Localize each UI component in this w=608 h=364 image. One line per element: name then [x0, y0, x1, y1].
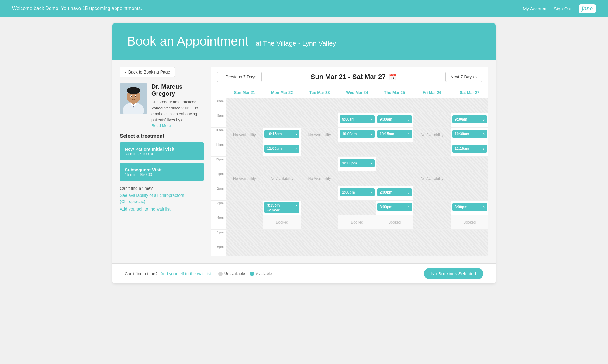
tue-no-avail: No Availability: [301, 127, 338, 142]
tue-no-avail-pm: No Availability: [301, 171, 338, 186]
footer-waitlist-link[interactable]: Add yourself to the wait list.: [160, 271, 212, 276]
previous-days-button[interactable]: ‹ Previous 7 Days: [217, 72, 262, 82]
thu-8am: [376, 98, 413, 113]
wed-8am: [338, 98, 375, 113]
calendar-navigation: ‹ Previous 7 Days Sun Mar 21 - Sat Mar 2…: [211, 67, 488, 87]
sun-11am: [226, 142, 263, 156]
sat-930-button[interactable]: 9:30am ›: [452, 115, 487, 123]
day-column-wed: 9:00am › 10:00am ›: [338, 98, 375, 256]
day-column-fri: No Availability No Availability: [413, 98, 451, 256]
chevron-right-icon: ›: [483, 132, 485, 136]
fri-2pm: [413, 186, 451, 200]
thu-930-button[interactable]: 9:30am ›: [377, 115, 412, 123]
fri-no-avail-pm: No Availability: [413, 171, 451, 186]
wed-900-button[interactable]: 9:00am ›: [340, 115, 374, 123]
wed-9am: 9:00am ›: [338, 113, 375, 127]
treatment-new-patient-button[interactable]: New Patient Initial Visit 30 min - $100.…: [120, 142, 204, 160]
svg-point-5: [127, 87, 140, 94]
no-bookings-button[interactable]: No Bookings Selected: [424, 268, 483, 279]
mon-3pm: 3:15pm › +2 more: [263, 200, 300, 215]
sign-out-link[interactable]: Sign Out: [554, 6, 572, 11]
content-area: ‹ Back to Booking Page: [112, 60, 496, 263]
sat-12pm: [451, 156, 488, 171]
doctor-bio: Dr. Gregory has practiced in Vancouver s…: [151, 99, 204, 123]
add-waitlist-link[interactable]: Add yourself to the wait list: [120, 206, 204, 212]
time-12pm: 12pm: [211, 156, 226, 171]
wed-2pm: 2:00pm ›: [338, 186, 375, 200]
thu-1pm: [376, 171, 413, 186]
back-to-booking-button[interactable]: ‹ Back to Booking Page: [120, 67, 175, 77]
chevron-left-icon: ‹: [125, 70, 126, 74]
wed-1pm: [338, 171, 375, 186]
mon-10am: 10:15am ›: [263, 127, 300, 142]
time-6pm: 6pm: [211, 244, 226, 256]
fri-3pm: [413, 200, 451, 215]
mon-5pm: [263, 229, 300, 244]
sat-300-button[interactable]: 3:00pm ›: [452, 203, 487, 211]
sat-2pm: [451, 186, 488, 200]
thu-1015-button[interactable]: 10:15am ›: [377, 130, 412, 138]
sat-9am: 9:30am ›: [451, 113, 488, 127]
wed-6pm: [338, 244, 375, 256]
wed-1000-button[interactable]: 10:00am ›: [340, 130, 374, 138]
tue-9am: [301, 113, 338, 127]
wed-11am: [338, 142, 375, 156]
available-dot: [250, 272, 254, 276]
mon-no-avail: No Availability: [263, 171, 300, 186]
mon-1015-button[interactable]: 10:15am ›: [264, 130, 299, 138]
day-header-tue: Tue Mar 23: [301, 87, 338, 98]
thu-2pm: 2:00pm ›: [376, 186, 413, 200]
tue-2pm: [301, 186, 338, 200]
fri-no-avail: No Availability: [413, 127, 451, 142]
treatment-subsequent-button[interactable]: Subsequent Visit 15 min - $50.00: [120, 163, 204, 181]
thu-9am: 9:30am ›: [376, 113, 413, 127]
sat-5pm: [451, 229, 488, 244]
read-more-link[interactable]: Read More: [151, 123, 171, 128]
mon-315-button[interactable]: 3:15pm › +2 more: [264, 202, 299, 213]
thu-300-button[interactable]: 3:00pm ›: [377, 203, 412, 211]
tue-12pm: [301, 156, 338, 171]
footer-cant-find: Can't find a time? Add yourself to the w…: [125, 271, 212, 276]
sun-3pm: [226, 200, 263, 215]
chevron-right-icon: ›: [371, 190, 372, 195]
time-header-spacer: [211, 87, 226, 98]
sat-1030-button[interactable]: 10:30am ›: [452, 130, 487, 138]
wed-200-button[interactable]: 2:00pm ›: [340, 188, 374, 196]
day-column-sat: 9:30am › 10:30am › 11:15am: [451, 98, 488, 256]
chevron-right-icon: ›: [483, 117, 485, 122]
mon-12pm: [263, 156, 300, 171]
sun-no-avail-afternoon: No Availability: [226, 171, 263, 186]
time-5pm: 5pm: [211, 229, 226, 244]
thu-5pm: [376, 229, 413, 244]
jane-logo: jane: [579, 4, 596, 13]
sun-2pm: [226, 186, 263, 200]
time-9am: 9am: [211, 113, 226, 127]
wed-1230-button[interactable]: 12:30pm ›: [340, 159, 374, 167]
tue-11am: [301, 142, 338, 156]
mon-9am: [263, 113, 300, 127]
sat-6pm: [451, 244, 488, 256]
sun-8am: [226, 98, 263, 113]
calendar-icon[interactable]: 📅: [389, 73, 396, 81]
sat-1115-button[interactable]: 11:15am ›: [452, 145, 487, 153]
sun-4pm: [226, 215, 263, 229]
my-account-link[interactable]: My Account: [523, 6, 547, 11]
doctor-info: Dr. Marcus Gregory Dr. Gregory has pract…: [151, 83, 204, 128]
chevron-right-icon: ›: [295, 203, 297, 208]
chevron-right-icon: ›: [475, 74, 477, 79]
time-8am: 8am: [211, 98, 226, 113]
calendar-area: ‹ Previous 7 Days Sun Mar 21 - Sat Mar 2…: [211, 67, 488, 256]
top-navigation: Welcome back Demo. You have 15 upcoming …: [0, 0, 608, 17]
time-4pm: 4pm: [211, 215, 226, 229]
mon-1100-button[interactable]: 11:00am ›: [264, 145, 299, 153]
thu-3pm: 3:00pm ›: [376, 200, 413, 215]
fri-12pm: [413, 156, 451, 171]
thu-200-button[interactable]: 2:00pm ›: [377, 188, 412, 196]
mon-11am: 11:00am ›: [263, 142, 300, 156]
chevron-right-icon: ›: [483, 146, 485, 151]
sat-1pm: [451, 171, 488, 186]
next-days-button[interactable]: Next 7 Days ›: [445, 72, 482, 82]
see-availability-link[interactable]: See availability of all chiropractors (C…: [120, 193, 204, 204]
tue-3pm: [301, 200, 338, 215]
sat-11am: 11:15am ›: [451, 142, 488, 156]
